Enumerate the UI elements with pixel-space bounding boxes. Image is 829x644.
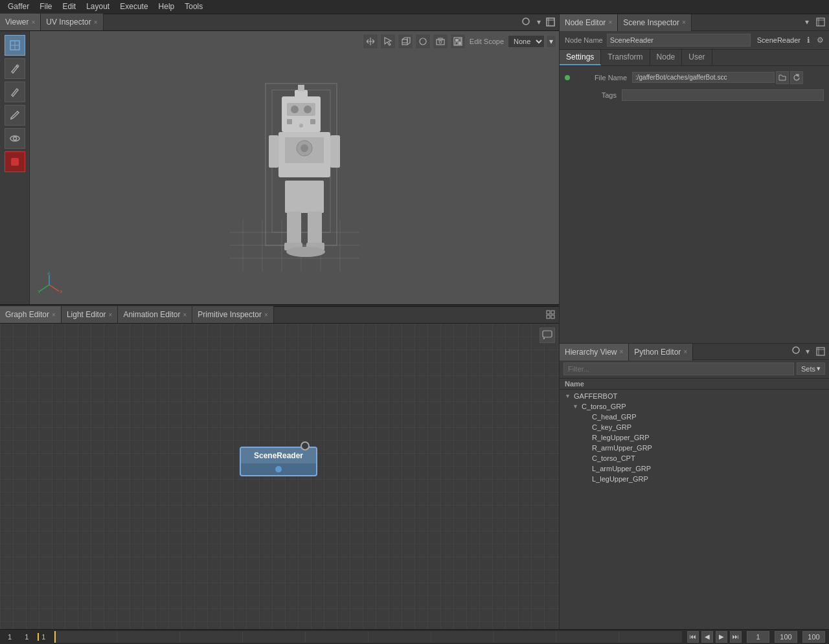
start-frame-input[interactable] — [747, 631, 769, 643]
tab-node-editor[interactable]: Node Editor × — [560, 14, 618, 31]
menu-execute[interactable]: Execute — [115, 1, 153, 12]
filename-refresh-btn[interactable] — [790, 71, 803, 84]
close-python-tab[interactable]: × — [683, 348, 687, 355]
timeline-ticks — [54, 631, 682, 643]
close-scene-inspector-tab[interactable]: × — [682, 19, 686, 26]
tags-input[interactable] — [622, 89, 824, 101]
total-frames-input[interactable] — [802, 631, 825, 643]
filename-dot — [565, 75, 570, 80]
close-uv-tab[interactable]: × — [94, 19, 98, 26]
menu-bar: Gaffer File Edit Layout Execute Help Too… — [0, 0, 829, 14]
tree-item-larm[interactable]: L_armUpper_GRP — [560, 463, 829, 474]
tool-paint2[interactable] — [5, 82, 25, 102]
tool-select[interactable] — [5, 35, 25, 56]
filename-folder-btn[interactable] — [776, 71, 789, 84]
right-panel-maximize[interactable] — [815, 16, 826, 28]
tab-scene-inspector[interactable]: Scene Inspector × — [618, 14, 692, 31]
svg-point-9 — [13, 137, 16, 140]
tab-uv-inspector[interactable]: UV Inspector × — [41, 14, 103, 30]
menu-help[interactable]: Help — [153, 1, 180, 12]
node-info-icon[interactable]: ℹ — [807, 36, 810, 45]
tree-item-gafferbot[interactable]: ▼ GAFFERBOT — [560, 391, 829, 401]
hierarchy-tree[interactable]: ▼ GAFFERBOT ▼ C_torso_GRP C_head_GRP C_k… — [560, 390, 829, 629]
node-tab-node[interactable]: Node — [650, 50, 683, 65]
viewer-toolbar-icons — [363, 34, 466, 49]
node-input-connector[interactable] — [275, 466, 282, 472]
tool-edit[interactable] — [5, 105, 25, 126]
close-prim-tab[interactable]: × — [264, 311, 268, 318]
play-to-start-btn[interactable]: ⏮ — [687, 631, 699, 643]
end-frame-input[interactable] — [775, 631, 797, 643]
close-viewer-tab[interactable]: × — [31, 19, 35, 26]
select-icon-btn[interactable] — [380, 34, 396, 49]
filter-input[interactable] — [563, 362, 794, 375]
tree-item-ctorsocpt[interactable]: C_torso_CPT — [560, 453, 829, 463]
close-node-editor-tab[interactable]: × — [608, 19, 612, 26]
axis-indicator: X Y Z — [36, 272, 62, 298]
camera-icon-btn[interactable] — [433, 34, 448, 49]
tree-item-lleg[interactable]: L_legUpper_GRP — [560, 474, 829, 484]
sets-button[interactable]: Sets ▾ — [797, 362, 825, 375]
menu-file[interactable]: File — [34, 1, 57, 12]
svg-point-43 — [286, 247, 325, 257]
viewer-dropdown-btn[interactable]: ▾ — [533, 16, 545, 28]
node-output-connector[interactable] — [301, 441, 310, 450]
play-to-end-btn[interactable]: ⏭ — [730, 631, 742, 643]
node-settings-icon[interactable]: ⚙ — [817, 36, 824, 45]
graph-content[interactable]: SceneReader — [0, 324, 559, 629]
tags-row: Tags — [565, 89, 824, 101]
sphere-icon-btn[interactable] — [415, 34, 431, 49]
tree-arrow-gafferbot: ▼ — [565, 393, 571, 399]
cube-icon-btn[interactable] — [398, 34, 413, 49]
tab-graph-editor[interactable]: Graph Editor × — [0, 306, 62, 323]
scope-arrow-btn[interactable]: ▾ — [546, 35, 556, 48]
close-anim-tab[interactable]: × — [183, 311, 187, 318]
play-fwd-btn[interactable]: ▶ — [716, 631, 727, 643]
tab-viewer[interactable]: Viewer × — [0, 14, 41, 30]
scene-reader-node[interactable]: SceneReader — [240, 447, 317, 476]
tab-animation-editor[interactable]: Animation Editor × — [118, 306, 192, 323]
tree-item-chead[interactable]: C_head_GRP — [560, 412, 829, 422]
svg-text:Y: Y — [38, 289, 41, 294]
viewer-maximize-btn[interactable] — [545, 16, 556, 28]
close-graph-tab[interactable]: × — [52, 311, 56, 318]
tab-python-editor[interactable]: Python Editor × — [629, 344, 693, 361]
node-name-input[interactable] — [607, 34, 751, 47]
tree-item-rarm[interactable]: R_armUpper_GRP — [560, 443, 829, 453]
graph-message-btn[interactable] — [539, 328, 555, 343]
menu-edit[interactable]: Edit — [57, 1, 81, 12]
node-editor-spacer — [560, 106, 829, 343]
play-prev-btn[interactable]: ◀ — [701, 631, 713, 643]
render-icon-btn[interactable] — [450, 34, 466, 49]
tool-eye[interactable] — [5, 128, 25, 149]
tree-item-ctorso[interactable]: ▼ C_torso_GRP — [560, 401, 829, 412]
right-panel-dropdown[interactable]: ▾ — [801, 16, 813, 28]
menu-tools[interactable]: Tools — [179, 1, 208, 12]
tab-primitive-inspector[interactable]: Primitive Inspector × — [192, 306, 274, 323]
tab-hierarchy-view[interactable]: Hierarchy View × — [560, 344, 629, 361]
tool-paint[interactable] — [5, 58, 25, 79]
hier-maximize-btn[interactable] — [815, 346, 826, 357]
menu-layout[interactable]: Layout — [81, 1, 115, 12]
tree-item-ckey[interactable]: C_key_GRP — [560, 422, 829, 432]
side-tools — [0, 31, 30, 304]
tree-arrow-lleg — [583, 476, 589, 482]
edit-scope-select[interactable]: None — [508, 35, 545, 48]
close-light-tab[interactable]: × — [109, 311, 113, 318]
close-hierarchy-tab[interactable]: × — [619, 348, 623, 355]
tool-red[interactable] — [5, 151, 25, 172]
menu-gaffer[interactable]: Gaffer — [3, 1, 34, 12]
tree-item-rleg[interactable]: R_legUpper_GRP — [560, 432, 829, 443]
svg-point-26 — [304, 105, 312, 113]
node-tab-transform[interactable]: Transform — [601, 50, 650, 65]
hier-dropdown-btn[interactable]: ▾ — [802, 346, 813, 357]
left-panel: Viewer × UV Inspector × ▾ — [0, 14, 559, 629]
graph-grid-btn[interactable] — [545, 309, 556, 320]
svg-text:X: X — [60, 289, 62, 294]
transform-icon-btn[interactable] — [363, 34, 378, 49]
timeline[interactable] — [54, 631, 682, 643]
svg-rect-67 — [817, 18, 824, 26]
node-tab-settings[interactable]: Settings — [560, 50, 601, 65]
tab-light-editor[interactable]: Light Editor × — [62, 306, 119, 323]
node-tab-user[interactable]: User — [682, 50, 712, 65]
